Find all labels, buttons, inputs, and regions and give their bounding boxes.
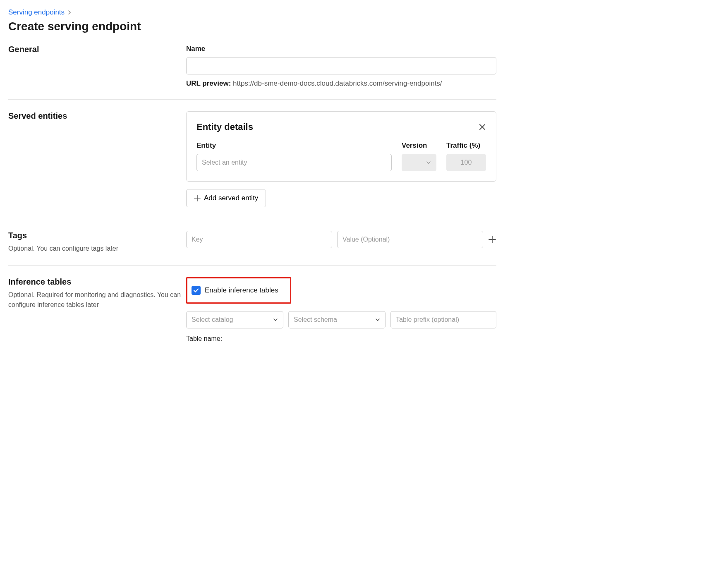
schema-select[interactable]: Select schema <box>288 311 386 328</box>
entity-details-card: Entity details Entity Version <box>186 111 496 182</box>
section-inference-tables: Inference tables Optional. Required for … <box>8 277 496 354</box>
section-general: General Name URL preview: https://db-sme… <box>8 45 496 100</box>
traffic-input: 100 <box>446 154 486 171</box>
section-heading-general: General <box>8 45 186 54</box>
table-name-row: Table name: <box>186 335 496 343</box>
version-select[interactable] <box>402 154 436 171</box>
catalog-placeholder: Select catalog <box>192 316 233 323</box>
section-heading-served: Served entities <box>8 111 186 121</box>
table-prefix-input[interactable] <box>390 311 496 328</box>
section-tags: Tags Optional. You can configure tags la… <box>8 231 496 266</box>
check-icon <box>193 288 199 293</box>
url-preview-value: https://db-sme-demo-docs.cloud.databrick… <box>233 79 442 87</box>
inference-checkbox-highlight: Enable inference tables <box>186 277 291 304</box>
chevron-right-icon <box>68 10 72 14</box>
entity-col-label: Entity <box>196 141 392 150</box>
table-name-label: Table name: <box>186 335 222 342</box>
add-served-entity-button[interactable]: Add served entity <box>186 189 266 207</box>
entity-card-title: Entity details <box>196 122 253 132</box>
url-preview: URL preview: https://db-sme-demo-docs.cl… <box>186 79 496 88</box>
section-heading-inference: Inference tables <box>8 277 186 287</box>
chevron-down-icon <box>375 317 380 322</box>
name-label: Name <box>186 45 496 53</box>
add-served-entity-label: Add served entity <box>204 194 258 202</box>
enable-inference-checkbox[interactable] <box>192 286 201 295</box>
section-sub-inference: Optional. Required for monitoring and di… <box>8 290 186 310</box>
traffic-value: 100 <box>461 159 472 166</box>
url-preview-label: URL preview: <box>186 79 231 87</box>
chevron-down-icon <box>273 317 278 322</box>
section-heading-tags: Tags <box>8 231 186 240</box>
add-tag-button[interactable] <box>488 235 496 244</box>
page-title: Create serving endpoint <box>8 20 496 33</box>
close-icon[interactable] <box>479 123 486 131</box>
breadcrumb-root-link[interactable]: Serving endpoints <box>8 8 65 17</box>
section-served-entities: Served entities Entity details Entity Ve… <box>8 111 496 219</box>
enable-inference-label: Enable inference tables <box>205 286 278 295</box>
name-input[interactable] <box>186 57 496 74</box>
breadcrumb: Serving endpoints <box>8 8 496 17</box>
entity-select-input[interactable] <box>196 154 392 171</box>
section-sub-tags: Optional. You can configure tags later <box>8 244 186 254</box>
tag-value-input[interactable] <box>337 231 483 248</box>
plus-icon <box>194 195 201 201</box>
chevron-down-icon <box>426 160 431 165</box>
version-col-label: Version <box>402 141 436 150</box>
traffic-col-label: Traffic (%) <box>446 141 486 150</box>
tag-key-input[interactable] <box>186 231 332 248</box>
catalog-select[interactable]: Select catalog <box>186 311 283 328</box>
schema-placeholder: Select schema <box>294 316 337 323</box>
